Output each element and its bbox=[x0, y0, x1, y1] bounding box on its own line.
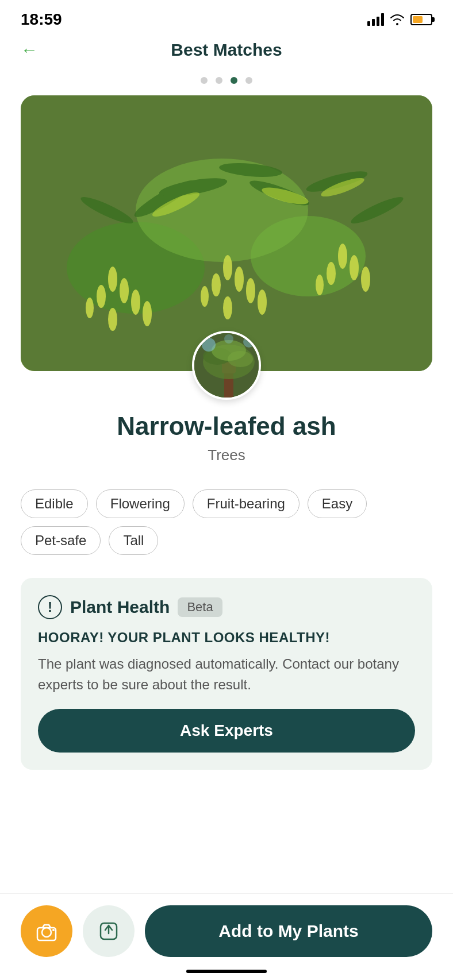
back-button[interactable]: ← bbox=[21, 40, 38, 60]
wifi-icon bbox=[390, 14, 405, 25]
svg-point-42 bbox=[224, 334, 233, 344]
pagination-dot-2[interactable] bbox=[216, 77, 222, 84]
svg-point-5 bbox=[120, 278, 129, 303]
tags-container: Edible Flowering Fruit-bearing Easy Pet-… bbox=[0, 489, 453, 572]
ask-experts-button[interactable]: Ask Experts bbox=[38, 709, 415, 753]
signal-icon bbox=[367, 13, 384, 26]
camera-button[interactable] bbox=[21, 905, 72, 957]
tag-pet-safe[interactable]: Pet-safe bbox=[21, 526, 101, 555]
health-title: Plant Health bbox=[70, 597, 170, 617]
plant-name: Narrow-leafed ash bbox=[21, 411, 432, 442]
health-warning-icon: ! bbox=[38, 595, 62, 619]
tag-tall[interactable]: Tall bbox=[109, 526, 158, 555]
svg-point-18 bbox=[338, 244, 347, 269]
health-status: HOORAY! YOUR PLANT LOOKS HEALTHY! bbox=[38, 630, 415, 646]
battery-icon bbox=[410, 14, 432, 25]
pagination-dot-4[interactable] bbox=[245, 77, 252, 84]
svg-point-15 bbox=[201, 286, 209, 307]
svg-point-12 bbox=[235, 267, 244, 292]
svg-point-10 bbox=[108, 308, 117, 331]
nav-header: ← Best Matches bbox=[0, 34, 453, 71]
health-description: The plant was diagnosed automatically. C… bbox=[38, 654, 415, 695]
status-time: 18:59 bbox=[21, 10, 62, 29]
health-card: ! Plant Health Beta HOORAY! YOUR PLANT L… bbox=[21, 578, 432, 770]
plant-category: Trees bbox=[21, 446, 432, 464]
svg-point-8 bbox=[86, 298, 94, 318]
plant-image-container bbox=[21, 95, 432, 371]
svg-point-14 bbox=[246, 278, 255, 303]
svg-point-20 bbox=[327, 262, 336, 285]
svg-point-13 bbox=[212, 273, 221, 296]
svg-point-21 bbox=[361, 267, 370, 292]
pagination-dot-1[interactable] bbox=[201, 77, 208, 84]
svg-point-19 bbox=[350, 255, 359, 280]
svg-point-6 bbox=[97, 285, 106, 308]
pagination-dot-3[interactable] bbox=[231, 77, 237, 84]
plant-avatar bbox=[192, 331, 261, 400]
svg-point-16 bbox=[258, 290, 267, 315]
status-bar: 18:59 bbox=[0, 0, 453, 34]
svg-point-22 bbox=[316, 275, 324, 295]
health-header: ! Plant Health Beta bbox=[38, 595, 415, 619]
svg-point-43 bbox=[42, 928, 51, 937]
page-title: Best Matches bbox=[171, 40, 282, 60]
add-to-my-plants-button[interactable]: Add to My Plants bbox=[145, 905, 432, 957]
tag-edible[interactable]: Edible bbox=[21, 489, 88, 518]
plant-main-image bbox=[21, 95, 432, 371]
svg-point-7 bbox=[131, 290, 140, 315]
svg-point-45 bbox=[52, 929, 55, 931]
tag-easy[interactable]: Easy bbox=[308, 489, 367, 518]
svg-point-40 bbox=[202, 338, 216, 352]
svg-point-11 bbox=[223, 255, 232, 280]
status-icons bbox=[367, 13, 432, 26]
home-indicator bbox=[186, 970, 267, 973]
svg-point-4 bbox=[108, 267, 117, 292]
share-button[interactable] bbox=[83, 905, 135, 957]
camera-icon bbox=[34, 919, 59, 944]
share-icon bbox=[98, 921, 119, 942]
svg-point-17 bbox=[223, 296, 232, 319]
svg-point-9 bbox=[143, 301, 152, 326]
tag-flowering[interactable]: Flowering bbox=[96, 489, 185, 518]
tag-fruit-bearing[interactable]: Fruit-bearing bbox=[193, 489, 300, 518]
bottom-bar: Add to My Plants bbox=[0, 893, 453, 980]
beta-badge: Beta bbox=[178, 597, 222, 617]
pagination-dots bbox=[0, 71, 453, 95]
